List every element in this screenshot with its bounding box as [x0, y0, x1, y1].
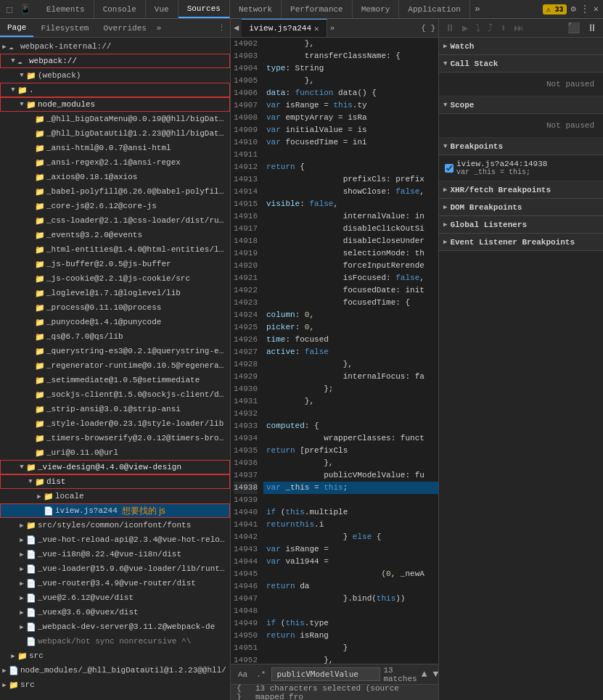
editor-tab-iview[interactable]: iview.js?a244 ✕	[242, 19, 327, 37]
code-line[interactable]: },	[263, 38, 438, 50]
section-xhr-header[interactable]: XHR/fetch Breakpoints	[439, 181, 603, 199]
list-item[interactable]: 📁_js-buffer@2.0.5@js-buffer	[0, 257, 230, 271]
list-item[interactable]: ▶📄_vue-router@3.4.9@vue-router/dist	[0, 576, 230, 590]
list-item[interactable]: ▶📄_vue@2.6.12@vue/dist	[0, 590, 230, 605]
code-line[interactable]: return da	[263, 580, 438, 593]
code-line[interactable]: data: function data() {	[263, 87, 438, 99]
section-scope-header[interactable]: Scope	[439, 96, 603, 114]
tree-item-webpack-bundle[interactable]: ▼ 📁 (webpack)	[0, 68, 230, 83]
code-area[interactable]: 1490214903149041490514906149071490814909…	[231, 38, 438, 664]
list-item[interactable]: ▶📄_vue-hot-reload-api@2.3.4@vue-hot-relo…	[0, 532, 230, 547]
next-match-button[interactable]: ▼	[431, 669, 438, 680]
section-watch-header[interactable]: Watch	[439, 38, 603, 55]
list-item[interactable]: 📁_uri@0.11.0@url	[0, 445, 230, 460]
code-line[interactable]: column: 0,	[263, 309, 438, 321]
tree-item-iview-js[interactable]: 📄 iview.js?a244 想要找的 js	[0, 503, 230, 518]
list-item[interactable]: 📁_loglevel@1.7.1@loglevel/lib	[0, 286, 230, 300]
tab-nav-left[interactable]: ◀	[231, 22, 242, 33]
code-line[interactable]: },	[263, 358, 438, 371]
code-line[interactable]: type: String	[263, 62, 438, 75]
list-item[interactable]: 📁_process@0.11.10@process	[0, 300, 230, 315]
settings-icon[interactable]: ⚙	[571, 4, 576, 15]
close-tab-icon[interactable]: ✕	[314, 24, 319, 33]
code-line[interactable]: var emptyArray = isRa	[263, 112, 438, 124]
code-line[interactable]: active: false	[263, 346, 438, 358]
code-line[interactable]: return {	[263, 161, 438, 173]
code-line[interactable]: var val1944 =	[263, 556, 438, 568]
list-item[interactable]: 📁_axios@0.18.1@axios	[0, 170, 230, 184]
code-line[interactable]: }.bind(this))	[263, 593, 438, 605]
code-line[interactable]: focusedTime: {	[263, 297, 438, 309]
list-item[interactable]: 📁 _@hll_bigDataUtil@1.2.23@@hll/bigDataU…	[0, 126, 230, 141]
code-line[interactable]: visible: false,	[263, 198, 438, 210]
list-item[interactable]: ▶📄_vuex@3.6.0@vuex/dist	[0, 605, 230, 619]
breakpoint-checkbox[interactable]	[445, 164, 454, 173]
code-line[interactable]: },	[263, 457, 438, 469]
code-line[interactable]: var isRange = this.ty	[263, 99, 438, 112]
step-into-button[interactable]: ⤴	[485, 21, 496, 36]
code-line[interactable]: computed: {	[263, 420, 438, 432]
deactivate-breakpoints-icon[interactable]: ⬛	[565, 20, 583, 36]
code-line[interactable]: focusedDate: init	[263, 284, 438, 297]
subtab-page[interactable]: Page	[0, 19, 33, 37]
list-item[interactable]: 📁_strip-ansi@3.0.1@strip-ansi	[0, 402, 230, 416]
tree-item-node-modules[interactable]: ▼ 📁 node_modules	[0, 97, 230, 112]
list-item[interactable]: 📁_qs@6.7.0@qs/lib	[0, 329, 230, 344]
list-item[interactable]: 📁_setimmediate@1.0.5@setimmediate	[0, 373, 230, 387]
code-line[interactable]: };	[263, 383, 438, 395]
code-line[interactable]: isFocused: false,	[263, 272, 438, 284]
code-line[interactable]: return isRang	[263, 630, 438, 642]
section-breakpoints-header[interactable]: Breakpoints	[439, 138, 603, 155]
tree-item-view-design[interactable]: ▼ 📁 _view-design@4.4.0@view-design	[0, 460, 230, 474]
tab-application[interactable]: Application	[399, 0, 470, 18]
list-item[interactable]: 📁_sockjs-client@1.5.0@sockjs-client/dist	[0, 387, 230, 402]
code-line[interactable]: },	[263, 654, 438, 664]
case-sensitive-button[interactable]: Aa	[235, 669, 250, 680]
code-line[interactable]	[263, 149, 438, 161]
list-item[interactable]: 📄webpack/hot sync nonrecursive ^\	[0, 634, 230, 648]
tab-performance[interactable]: Performance	[282, 0, 353, 18]
tab-vue[interactable]: Vue	[146, 0, 179, 18]
format-icon[interactable]: { }	[418, 24, 438, 33]
code-line[interactable]: prefixCls: prefix	[263, 173, 438, 186]
subtab-filesystem[interactable]: Filesystem	[33, 19, 96, 37]
pause-on-exception-icon[interactable]: ⏸	[584, 21, 600, 36]
section-callstack-header[interactable]: Call Stack	[439, 55, 603, 73]
code-line[interactable]	[263, 408, 438, 420]
list-item[interactable]: ▶📁src	[0, 648, 230, 663]
code-line[interactable]: publicVModelValue: fu	[263, 469, 438, 482]
code-line[interactable]: picker: 0,	[263, 321, 438, 334]
tab-sources[interactable]: Sources	[179, 0, 230, 18]
list-item[interactable]: ▶📄_webpack-dev-server@3.11.2@webpack-de	[0, 619, 230, 634]
code-line[interactable]: transferClassName: {	[263, 50, 438, 62]
code-line[interactable]: if (this.type	[263, 617, 438, 630]
code-line[interactable]: disableClickOutSi	[263, 223, 438, 235]
more-tabs-icon[interactable]: »	[470, 4, 485, 15]
more-options-icon[interactable]: ⋮	[581, 4, 589, 15]
code-line[interactable]: internalFocus: fa	[263, 371, 438, 383]
tab-console[interactable]: Console	[94, 0, 146, 18]
pause-button[interactable]: ⏸	[442, 21, 458, 36]
mobile-icon[interactable]: 📱	[17, 2, 33, 17]
list-item[interactable]: ▶📁src/styles/common/iconfont/fonts	[0, 518, 230, 532]
list-item[interactable]: ▶📄node_modules/_@hll_bigDataUtil@1.2.23@…	[0, 663, 230, 678]
list-item[interactable]: ▶📁src	[0, 678, 230, 692]
list-item[interactable]: 📁_css-loader@2.1.1@css-loader/dist/runti…	[0, 213, 230, 228]
resume-button[interactable]: ▶	[459, 20, 471, 36]
list-item[interactable]: 📁_html-entities@1.4.0@html-entities/lib	[0, 242, 230, 257]
regex-button[interactable]: .*	[253, 669, 268, 680]
section-dom-header[interactable]: DOM Breakpoints	[439, 199, 603, 216]
tab-elements[interactable]: Elements	[38, 0, 94, 18]
code-line[interactable]	[263, 494, 438, 506]
list-item[interactable]: 📁_style-loader@0.23.1@style-loader/lib	[0, 416, 230, 431]
list-item[interactable]: 📁 _@hll_bigDataMenu@0.0.19@@hll/bigDataM	[0, 112, 230, 126]
code-line[interactable]: (0, _newA	[263, 568, 438, 580]
code-line[interactable]: disableCloseUnder	[263, 235, 438, 247]
tree-item-dot[interactable]: ▼ 📁 .	[0, 83, 230, 97]
tab-more-icon[interactable]: »	[327, 24, 338, 33]
list-item[interactable]: ▶📄_vue-i18n@8.22.4@vue-i18n/dist	[0, 547, 230, 561]
close-devtools-icon[interactable]: ✕	[594, 4, 599, 15]
subtab-overrides[interactable]: Overrides	[96, 19, 153, 37]
code-line[interactable]: showClose: false,	[263, 186, 438, 198]
step-button[interactable]: ⏭	[511, 21, 527, 36]
